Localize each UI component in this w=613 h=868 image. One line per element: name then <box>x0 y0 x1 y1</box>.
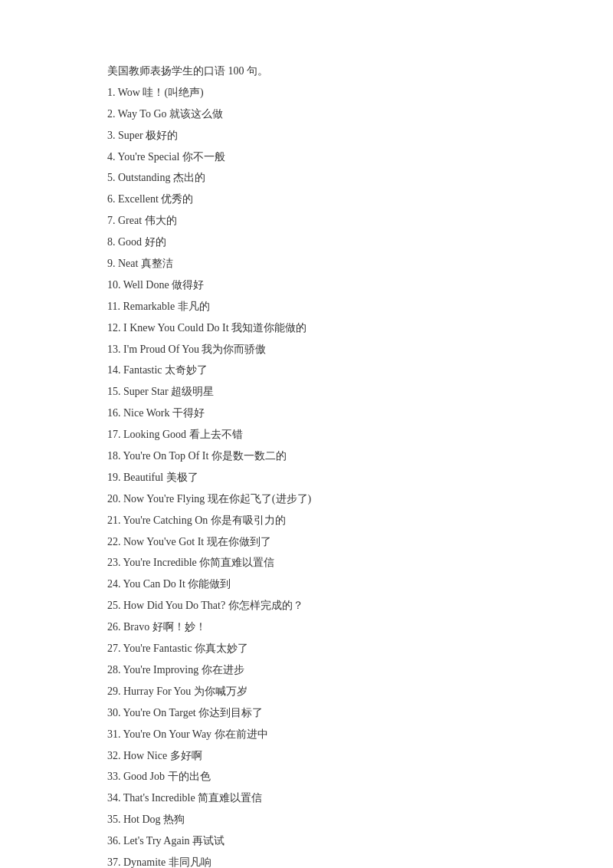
list-item: 15. Super Star 超级明星 <box>107 382 506 402</box>
list-item: 32. How Nice 多好啊 <box>107 746 506 766</box>
list-item: 36. Let's Try Again 再试试 <box>107 831 506 851</box>
list-item: 9. Neat 真整洁 <box>107 254 506 274</box>
list-item: 3. Super 极好的 <box>107 126 506 146</box>
list-item: 31. You're On Your Way 你在前进中 <box>107 725 506 745</box>
list-item: 28. You're Improving 你在进步 <box>107 660 506 680</box>
list-item: 18. You're On Top Of It 你是数一数二的 <box>107 446 506 466</box>
list-item: 30. You're On Target 你达到目标了 <box>107 703 506 723</box>
list-item: 10. Well Done 做得好 <box>107 275 506 295</box>
list-item: 29. Hurray For You 为你喊万岁 <box>107 682 506 702</box>
list-item: 6. Excellent 优秀的 <box>107 189 506 209</box>
list-item: 26. Bravo 好啊！妙！ <box>107 617 506 637</box>
list-item: 19. Beautiful 美极了 <box>107 468 506 488</box>
list-item: 11. Remarkable 非凡的 <box>107 297 506 317</box>
list-item: 16. Nice Work 干得好 <box>107 403 506 423</box>
list-item: 1. Wow 哇！(叫绝声) <box>107 83 506 103</box>
list-item: 24. You Can Do It 你能做到 <box>107 574 506 594</box>
list-item: 22. Now You've Got It 现在你做到了 <box>107 532 506 552</box>
list-item: 34. That's Incredible 简直难以置信 <box>107 788 506 808</box>
list-item: 17. Looking Good 看上去不错 <box>107 425 506 445</box>
list-item: 21. You're Catching On 你是有吸引力的 <box>107 511 506 531</box>
list-item: 23. You're Incredible 你简直难以置信 <box>107 553 506 573</box>
list-item: 20. Now You're Flying 现在你起飞了(进步了) <box>107 489 506 509</box>
list-item: 27. You're Fantastic 你真太妙了 <box>107 639 506 659</box>
list-item: 14. Fantastic 太奇妙了 <box>107 360 506 380</box>
list-item: 5. Outstanding 杰出的 <box>107 168 506 188</box>
list-item: 美国教师表扬学生的口语 100 句。 <box>107 61 506 81</box>
list-item: 37. Dynamite 非同凡响 <box>107 853 506 868</box>
list-item: 8. Good 好的 <box>107 232 506 252</box>
list-item: 12. I Knew You Could Do It 我知道你能做的 <box>107 318 506 338</box>
list-item: 7. Great 伟大的 <box>107 211 506 231</box>
list-item: 13. I'm Proud Of You 我为你而骄傲 <box>107 340 506 360</box>
list-item: 33. Good Job 干的出色 <box>107 767 506 787</box>
list-item: 35. Hot Dog 热狗 <box>107 810 506 830</box>
main-content: 美国教师表扬学生的口语 100 句。1. Wow 哇！(叫绝声)2. Way T… <box>0 0 613 868</box>
list-item: 2. Way To Go 就该这么做 <box>107 104 506 124</box>
list-item: 25. How Did You Do That? 你怎样完成的？ <box>107 596 506 616</box>
list-item: 4. You're Special 你不一般 <box>107 147 506 167</box>
